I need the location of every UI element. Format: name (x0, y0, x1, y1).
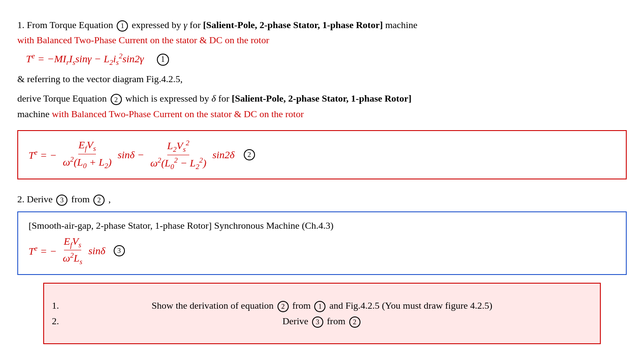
derive-subtitle: with Balanced Two-Phase Current on the s… (52, 109, 304, 119)
eq2-number: 2 (244, 149, 255, 160)
task1-eq2: 2 (277, 301, 289, 312)
task1-eq1: 1 (314, 301, 325, 312)
eq2-frac2: L2Vs2 ω2(L02 − L22) (150, 139, 207, 171)
eq1-content: Te = −MIrIssinγ − L2is2sin2γ (26, 52, 144, 67)
derive-intro: derive Torque Equation 2 which is expres… (17, 91, 627, 121)
eq1-number: 1 (157, 54, 169, 66)
red-box-eq2: Te = − EfVs ω2(L0 + L2) sinδ − L2Vs2 ω2(… (17, 130, 627, 180)
task2-eq3: 3 (312, 316, 323, 328)
eq-circle-2a: 2 (111, 94, 122, 105)
section-1-header: 1. From Torque Equation 1 expressed by γ… (17, 17, 627, 48)
eq-circle-1: 1 (117, 20, 128, 32)
section1-intro: 1. From Torque Equation (17, 19, 115, 30)
blue-box-label: [Smooth-air-gap, 2-phase Stator, 1-phase… (29, 220, 615, 231)
task-box: Show the derivation of equation 2 from 1… (43, 283, 601, 344)
reference-text: & referring to the vector diagram Fig.4.… (17, 71, 627, 86)
eq-circle-3a: 3 (56, 195, 67, 206)
section1-machine-type: [Salient-Pole, 2-phase Stator, 1-phase R… (203, 19, 383, 30)
eq3-number: 3 (114, 245, 125, 256)
section1-machine: machine (383, 19, 418, 30)
section1-expressed: expressed by γ for (129, 19, 203, 30)
blue-box: [Smooth-air-gap, 2-phase Stator, 1-phase… (17, 211, 627, 275)
equation-1: Te = −MIrIssinγ − L2is2sin2γ 1 (26, 52, 627, 67)
eq3-frac: EfVs ω2Ls (63, 236, 82, 267)
equation-2-math: Te = − EfVs ω2(L0 + L2) sinδ − L2Vs2 ω2(… (29, 139, 235, 171)
eq2-frac1: EfVs ω2(L0 + L2) (63, 139, 112, 170)
section-2-header: 2. Derive 3 from 2 , (17, 192, 627, 207)
equation-3-math: Te = − EfVs ω2Ls sinδ (29, 236, 105, 267)
eq-circle-2b: 2 (93, 195, 105, 206)
task-item-1: Show the derivation of equation 2 from 1… (61, 300, 583, 312)
section1-subtitle: with Balanced Two-Phase Current on the s… (17, 35, 269, 45)
task2-eq2: 2 (349, 316, 360, 328)
task-list: Show the derivation of equation 2 from 1… (61, 300, 583, 328)
task-item-2: Derive 3 from 2 (61, 316, 583, 328)
